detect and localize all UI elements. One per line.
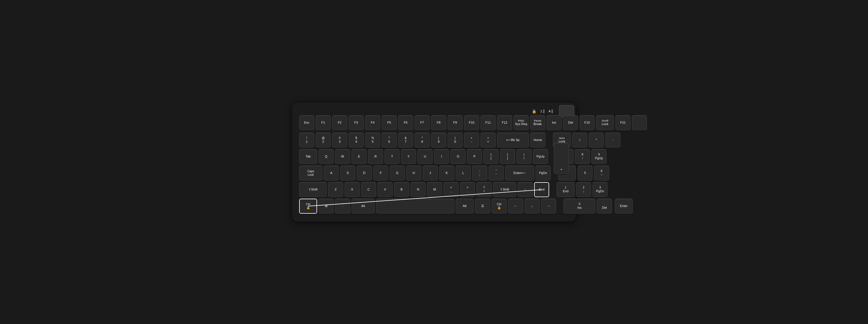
- key-num-8[interactable]: 8↑: [575, 149, 590, 164]
- key-i[interactable]: I: [434, 149, 449, 164]
- key-l[interactable]: L: [456, 166, 471, 181]
- key-equals[interactable]: +=: [480, 132, 496, 148]
- key-num-enter[interactable]: Enter: [615, 199, 633, 214]
- key-f1[interactable]: F1: [316, 115, 331, 130]
- key-5[interactable]: %5: [365, 132, 380, 148]
- key-num-0[interactable]: 0Ins: [564, 199, 595, 214]
- key-f11[interactable]: F11: [480, 115, 496, 130]
- key-b[interactable]: B: [394, 182, 409, 197]
- key-f6[interactable]: F6: [398, 115, 413, 130]
- key-num-5[interactable]: 5: [578, 166, 593, 181]
- key-semicolon[interactable]: :;: [472, 166, 487, 181]
- key-d[interactable]: D: [357, 166, 372, 181]
- key-2[interactable]: @2: [316, 132, 331, 148]
- key-1[interactable]: !1: [299, 132, 314, 148]
- key-num-slash[interactable]: /: [572, 132, 587, 148]
- key-j[interactable]: J: [423, 166, 438, 181]
- key-o[interactable]: O: [451, 149, 466, 164]
- key-4[interactable]: $4: [349, 132, 364, 148]
- key-0[interactable]: )0: [447, 132, 463, 148]
- key-left-ctrl[interactable]: Ctrl🔒: [299, 199, 317, 214]
- key-space[interactable]: [376, 199, 454, 214]
- key-q[interactable]: Q: [318, 149, 334, 164]
- key-prtsc[interactable]: PrtScSys Req: [514, 115, 529, 130]
- key-y[interactable]: Y: [401, 149, 416, 164]
- key-7[interactable]: &7: [398, 132, 413, 148]
- key-left-alt[interactable]: Alt: [351, 199, 375, 214]
- key-right-arrow[interactable]: →: [541, 199, 556, 214]
- key-a[interactable]: A: [324, 166, 339, 181]
- key-slash[interactable]: ?/: [476, 182, 492, 197]
- key-s[interactable]: S: [340, 166, 355, 181]
- key-caps-lock[interactable]: CapsLock: [299, 166, 322, 181]
- key-t[interactable]: T: [384, 149, 400, 164]
- key-ins[interactable]: Ins: [547, 115, 562, 130]
- key-extra-fn[interactable]: [632, 115, 647, 130]
- key-pgdn[interactable]: PgDn: [535, 166, 551, 181]
- key-up-arrow[interactable]: ↑: [518, 182, 533, 197]
- key-f3[interactable]: F3: [349, 115, 364, 130]
- key-num-minus[interactable]: -: [605, 132, 620, 148]
- key-8[interactable]: *8: [414, 132, 430, 148]
- key-f4[interactable]: F4: [365, 115, 380, 130]
- key-v[interactable]: V: [378, 182, 393, 197]
- key-f5[interactable]: F5: [382, 115, 397, 130]
- key-g[interactable]: G: [390, 166, 405, 181]
- key-right-ctrl[interactable]: Ctrl🔒: [492, 199, 507, 214]
- key-tab[interactable]: Tab: [299, 149, 317, 164]
- key-esc[interactable]: Esc: [299, 115, 314, 130]
- key-u[interactable]: U: [417, 149, 433, 164]
- key-enter[interactable]: Enter⟵: [505, 166, 534, 181]
- key-scroll-lock[interactable]: ScrollLock: [596, 115, 614, 130]
- key-f9[interactable]: F9: [447, 115, 463, 130]
- key-num-1[interactable]: 1End: [557, 182, 575, 197]
- key-win[interactable]: ⊞: [318, 199, 334, 214]
- key-backslash[interactable]: |\: [517, 149, 531, 164]
- key-backspace[interactable]: ⟵Bk Sp: [497, 132, 529, 148]
- key-9[interactable]: (9: [431, 132, 446, 148]
- key-tilde[interactable]: ~`: [335, 199, 350, 214]
- key-right-alt[interactable]: Alt: [456, 199, 474, 214]
- key-f12[interactable]: F12: [497, 115, 512, 130]
- key-6[interactable]: ^6: [382, 132, 397, 148]
- key-num-3[interactable]: 3PgDn: [593, 182, 608, 197]
- key-comma[interactable]: <,: [443, 182, 459, 197]
- key-num-2[interactable]: 2↓: [576, 182, 591, 197]
- key-left-arrow[interactable]: ←: [508, 199, 523, 214]
- key-num-9[interactable]: 9PgUp: [591, 149, 607, 164]
- key-f2[interactable]: F2: [332, 115, 347, 130]
- key-pgup[interactable]: PgUp: [533, 149, 548, 164]
- key-menu[interactable]: ☰: [475, 199, 490, 214]
- key-num-dot[interactable]: .Del: [597, 199, 612, 214]
- key-f[interactable]: F: [373, 166, 388, 181]
- key-e[interactable]: E: [351, 149, 367, 164]
- key-f19[interactable]: F19: [580, 115, 595, 130]
- key-pause[interactable]: PauseBreak: [530, 115, 545, 130]
- key-minus[interactable]: +-: [464, 132, 479, 148]
- key-f8[interactable]: F8: [431, 115, 446, 130]
- key-quote[interactable]: "': [489, 166, 504, 181]
- key-num-star[interactable]: *: [589, 132, 604, 148]
- key-down-arrow[interactable]: ↓: [525, 199, 539, 214]
- key-del[interactable]: Del: [563, 115, 578, 130]
- key-lbracket[interactable]: {[: [484, 149, 498, 164]
- key-f10[interactable]: F10: [464, 115, 479, 130]
- key-z[interactable]: Z: [328, 182, 343, 197]
- key-f7[interactable]: F7: [414, 115, 430, 130]
- key-period[interactable]: >.: [460, 182, 475, 197]
- key-right-shift[interactable]: ⇧Shift: [493, 182, 516, 197]
- key-h[interactable]: H: [406, 166, 421, 181]
- key-3[interactable]: #3: [332, 132, 347, 148]
- key-x[interactable]: X: [345, 182, 360, 197]
- key-p[interactable]: P: [467, 149, 482, 164]
- key-w[interactable]: W: [335, 149, 350, 164]
- key-end[interactable]: End: [534, 182, 549, 197]
- key-r[interactable]: R: [368, 149, 383, 164]
- key-c[interactable]: C: [361, 182, 376, 197]
- key-num-plus[interactable]: +: [554, 143, 569, 174]
- key-m[interactable]: M: [427, 182, 442, 197]
- key-left-shift[interactable]: ⇧Shift: [299, 182, 327, 197]
- key-k[interactable]: K: [439, 166, 454, 181]
- key-n[interactable]: N: [410, 182, 426, 197]
- key-f21[interactable]: F21: [615, 115, 630, 130]
